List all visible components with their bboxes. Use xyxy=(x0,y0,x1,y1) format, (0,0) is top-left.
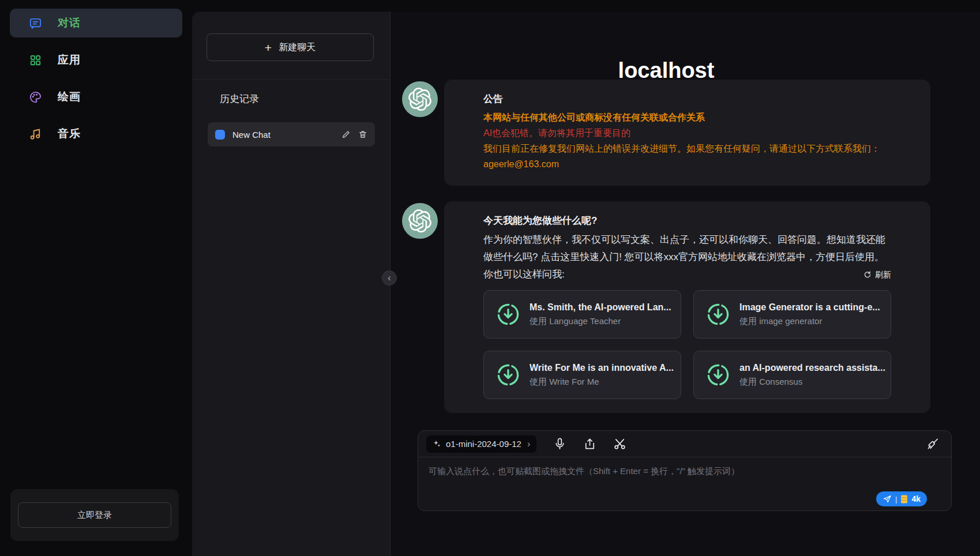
suggestion-title: Ms. Smith, the AI-powered Lan... xyxy=(530,302,671,313)
download-circle-icon xyxy=(497,303,520,326)
history-heading: 历史记录 xyxy=(220,92,259,106)
nav-list: 对话 应用 绘画 音乐 xyxy=(0,0,192,148)
composer-input-zone: | 4k xyxy=(418,457,951,511)
download-circle-icon xyxy=(707,303,730,326)
announcement-message: 公告 本网站与任何其他公司或商标没有任何关联或合作关系 AI也会犯错。请勿将其用… xyxy=(402,80,930,186)
mic-button[interactable] xyxy=(553,437,566,450)
assistant-avatar xyxy=(402,81,438,117)
suggestion-grid: Ms. Smith, the AI-powered Lan... 使用 Lang… xyxy=(483,290,891,399)
composer-panel: o1-mini-2024-09-12 › xyxy=(418,430,952,511)
download-circle-icon xyxy=(707,363,730,386)
openai-logo-icon xyxy=(408,209,431,232)
palette-icon xyxy=(29,91,42,104)
announcement-line: 本网站与任何其他公司或商标没有任何关联或合作关系 xyxy=(483,110,891,125)
clear-context-broom-button[interactable] xyxy=(926,437,940,450)
divider xyxy=(192,79,390,80)
composer-toolbar: o1-mini-2024-09-12 › xyxy=(418,431,951,457)
suggestion-card[interactable]: Write For Me is an innovative A... 使用 Wr… xyxy=(483,351,681,399)
login-button[interactable]: 立即登录 xyxy=(18,502,171,528)
suggestion-subtitle: 使用 Language Teacher xyxy=(530,316,671,327)
suggestion-title: an AI-powered research assista... xyxy=(739,363,885,373)
chat-color-swatch-icon xyxy=(215,130,225,140)
upload-button[interactable] xyxy=(583,437,596,450)
coin-icon xyxy=(900,495,908,504)
openai-logo-icon xyxy=(408,88,431,111)
model-selector[interactable]: o1-mini-2024-09-12 › xyxy=(426,435,536,453)
message-input[interactable] xyxy=(418,457,951,492)
chat-list-panel: + 新建聊天 历史记录 New Chat ‹ xyxy=(192,12,391,556)
suggestion-card[interactable]: an AI-powered research assista... 使用 Con… xyxy=(693,351,891,399)
welcome-bubble: 今天我能为您做些什么呢? 作为你的智慧伙伴，我不仅可以写文案、出点子，还可以和你… xyxy=(444,201,930,413)
model-name: o1-mini-2024-09-12 xyxy=(446,439,521,449)
sidebar-item-apps[interactable]: 应用 xyxy=(10,46,182,74)
welcome-message: 今天我能为您做些什么呢? 作为你的智慧伙伴，我不仅可以写文案、出点子，还可以和你… xyxy=(402,201,930,413)
contact-email-link[interactable]: ageerle@163.com xyxy=(483,159,559,169)
sparkles-icon xyxy=(433,439,441,448)
welcome-title: 今天我能为您做些什么呢? xyxy=(483,214,891,227)
apps-grid-icon xyxy=(29,54,42,67)
sidebar-item-music[interactable]: 音乐 xyxy=(10,119,182,148)
welcome-body: 作为你的智慧伙伴，我不仅可以写文案、出点子，还可以和你聊天、回答问题。想知道我还… xyxy=(483,231,891,266)
announcement-bubble: 公告 本网站与任何其他公司或商标没有任何关联或合作关系 AI也会犯错。请勿将其用… xyxy=(444,80,930,186)
music-note-icon xyxy=(29,127,42,141)
token-count: 4k xyxy=(911,494,921,504)
login-card: 立即登录 xyxy=(10,489,179,541)
chat-bubble-icon xyxy=(29,17,42,30)
badge-separator: | xyxy=(895,495,897,504)
suggestion-subtitle: 使用 Consensus xyxy=(739,377,885,388)
announcement-title: 公告 xyxy=(483,92,891,106)
refresh-label: 刷新 xyxy=(875,266,891,283)
suggestion-title: Write For Me is an innovative A... xyxy=(530,363,674,373)
scissors-button[interactable] xyxy=(613,437,626,450)
sidebar-item-chat[interactable]: 对话 xyxy=(10,9,182,37)
edit-icon[interactable] xyxy=(341,130,351,139)
app-window: 对话 应用 绘画 音乐 立即登录 xyxy=(0,0,980,556)
chevron-right-icon: › xyxy=(527,439,530,449)
new-chat-button[interactable]: + 新建聊天 xyxy=(206,33,374,61)
nav-sidebar: 对话 应用 绘画 音乐 立即登录 xyxy=(0,0,192,556)
sidebar-item-label: 绘画 xyxy=(58,89,81,104)
suggestion-title: Image Generator is a cutting-e... xyxy=(739,302,880,313)
chat-item-title: New Chat xyxy=(232,130,334,140)
suggestion-card[interactable]: Image Generator is a cutting-e... 使用 ima… xyxy=(693,290,891,339)
sidebar-item-label: 对话 xyxy=(58,16,81,31)
new-chat-label: 新建聊天 xyxy=(279,42,316,54)
announcement-line: AI也会犯错。请勿将其用于重要目的 xyxy=(483,125,891,141)
delete-icon[interactable] xyxy=(358,130,367,139)
refresh-button[interactable]: 刷新 xyxy=(863,266,891,283)
suggestion-subtitle: 使用 image generator xyxy=(739,316,880,327)
chevron-left-icon: ‹ xyxy=(388,273,391,283)
chat-list-item[interactable]: New Chat xyxy=(208,122,375,146)
sidebar-item-paint[interactable]: 绘画 xyxy=(10,82,182,111)
suggestion-card[interactable]: Ms. Smith, the AI-powered Lan... 使用 Lang… xyxy=(483,290,681,339)
refresh-icon xyxy=(863,271,872,279)
send-token-badge[interactable]: | 4k xyxy=(876,491,927,506)
sidebar-item-label: 音乐 xyxy=(58,126,81,141)
download-circle-icon xyxy=(497,363,520,386)
ask-hint: 你也可以这样问我: xyxy=(483,266,565,283)
announcement-line: 我们目前正在修复我们网站上的错误并改进细节。如果您有任何疑问，请通过以下方式联系… xyxy=(483,141,891,156)
send-plane-icon xyxy=(883,494,892,504)
sidebar-item-label: 应用 xyxy=(58,52,81,67)
collapse-panel-button[interactable]: ‹ xyxy=(382,271,397,285)
suggestion-subtitle: 使用 Write For Me xyxy=(530,377,674,388)
assistant-avatar xyxy=(402,203,438,239)
chat-main-area: localhost 公告 本网站与任何其他公司或商标没有任何关联或合作关系 AI… xyxy=(391,12,980,556)
plus-icon: + xyxy=(265,42,272,54)
